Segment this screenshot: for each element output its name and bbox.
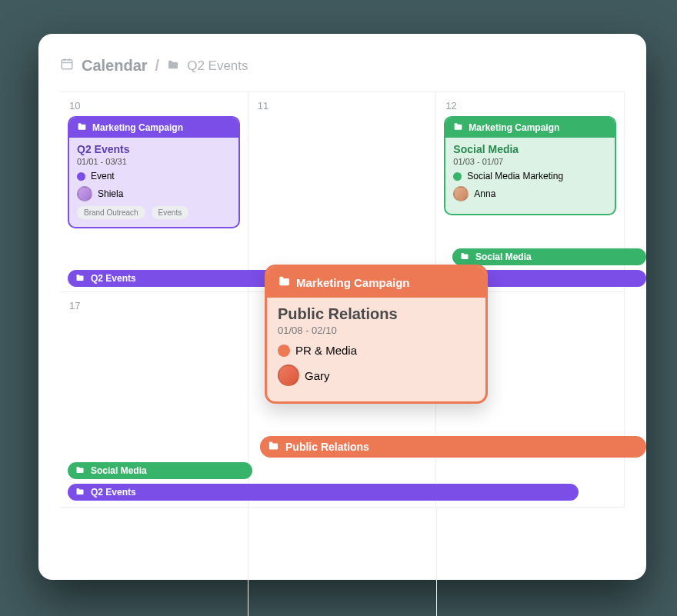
card-category: PR & Media (278, 344, 475, 357)
folder-icon (453, 122, 463, 134)
category-label: PR & Media (295, 344, 357, 357)
event-card-q2events[interactable]: Marketing Campaign Q2 Events 01/01 - 03/… (68, 116, 240, 228)
card-body: Public Relations 01/08 - 02/10 PR & Medi… (267, 298, 485, 401)
card-category: Event (77, 171, 231, 181)
card-header: Marketing Campaign (445, 118, 615, 138)
card-header: Marketing Campaign (69, 118, 238, 138)
day-number: 12 (444, 100, 616, 112)
calendar-panel: Calendar / Q2 Events 10 Marketing Campai… (38, 34, 646, 580)
event-bar-socialmedia[interactable]: Social Media (68, 462, 252, 479)
avatar (77, 186, 92, 201)
folder-icon (75, 465, 85, 477)
bar-group: Social Media (68, 244, 646, 265)
assignee-name: Gary (305, 369, 330, 382)
event-card-publicrelations[interactable]: Marketing Campaign Public Relations 01/0… (265, 265, 488, 404)
event-card-socialmedia[interactable]: Marketing Campaign Social Media 01/03 - … (444, 116, 616, 215)
calendar-cell[interactable] (248, 508, 437, 616)
day-number: 11 (256, 100, 429, 112)
breadcrumb-sub[interactable]: Q2 Events (187, 58, 248, 74)
avatar (278, 365, 299, 386)
folder-icon (268, 440, 279, 454)
svg-rect-0 (62, 60, 72, 69)
bar-group: Social Media (68, 458, 252, 479)
event-bar-socialmedia[interactable]: Social Media (452, 248, 646, 265)
breadcrumb-separator: / (155, 57, 160, 75)
category-label: Social Media Marketing (467, 171, 563, 181)
event-bar-q2events[interactable]: Q2 Events (68, 484, 579, 501)
bar-label: Social Media (91, 465, 147, 476)
category-dot (453, 172, 462, 181)
card-body: Social Media 01/03 - 01/07 Social Media … (445, 138, 615, 214)
card-title: Public Relations (278, 305, 475, 323)
card-dates: 01/08 - 02/10 (278, 325, 475, 336)
folder-icon (75, 487, 85, 498)
event-bar-publicrelations[interactable]: Public Relations (260, 436, 646, 458)
card-folder-label: Marketing Campaign (92, 122, 183, 133)
category-label: Event (91, 171, 115, 181)
card-title: Q2 Events (77, 143, 231, 155)
card-header: Marketing Campaign (267, 267, 485, 298)
folder-icon (460, 251, 469, 263)
card-assignee: Shiela (77, 186, 231, 201)
tag[interactable]: Brand Outreach (77, 206, 145, 219)
card-dates: 01/01 - 03/31 (77, 157, 231, 166)
bar-label: Public Relations (285, 441, 369, 453)
tag[interactable]: Events (152, 206, 189, 219)
card-body: Q2 Events 01/01 - 03/31 Event Shiela Bra… (69, 138, 238, 227)
category-dot (278, 345, 290, 357)
folder-icon (75, 273, 85, 285)
day-number: 10 (68, 100, 240, 112)
assignee-name: Shiela (98, 188, 123, 199)
calendar-cell[interactable] (60, 508, 248, 616)
card-assignee: Gary (278, 365, 475, 386)
card-title: Social Media (453, 143, 607, 155)
assignee-name: Anna (474, 188, 495, 199)
calendar-row-2: 17 Marketing Campaign Public Relations 0… (60, 291, 625, 507)
bar-label: Social Media (475, 251, 532, 262)
card-folder-label: Marketing Campaign (469, 122, 559, 133)
card-folder-label: Marketing Campaign (296, 276, 410, 289)
card-tags: Brand Outreach Events (77, 206, 231, 219)
bar-label: Q2 Events (91, 273, 136, 284)
folder-icon (278, 275, 291, 290)
calendar-row-1: 10 Marketing Campaign Q2 Events 01/01 - … (60, 92, 625, 291)
day-number: 17 (68, 300, 240, 311)
card-assignee: Anna (453, 186, 607, 201)
folder-icon (77, 122, 87, 134)
bar-group: Public Relations (68, 431, 646, 458)
card-category: Social Media Marketing (453, 171, 607, 181)
card-dates: 01/03 - 01/07 (453, 157, 607, 166)
breadcrumb: Calendar / Q2 Events (60, 57, 625, 75)
breadcrumb-root[interactable]: Calendar (82, 57, 148, 75)
calendar-cell[interactable] (437, 508, 625, 616)
bar-group: Q2 Events (68, 479, 579, 501)
folder-icon (167, 57, 179, 75)
avatar (453, 186, 469, 201)
bar-label: Q2 Events (91, 487, 136, 498)
category-dot (77, 172, 85, 181)
calendar-icon (60, 57, 74, 75)
calendar-row-3 (60, 507, 625, 616)
